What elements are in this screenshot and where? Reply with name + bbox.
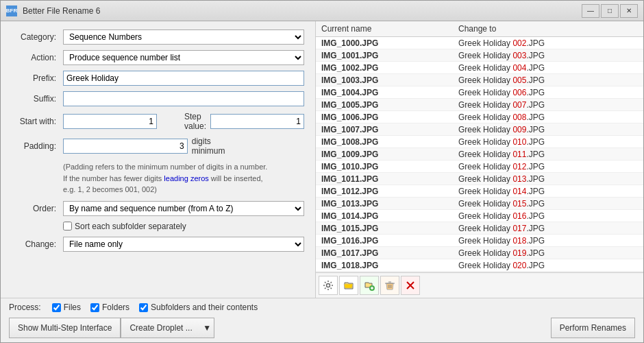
padding-input[interactable] xyxy=(63,139,188,154)
file-change-name: Greek Holiday 007.JPG xyxy=(453,100,643,110)
files-checkbox-label[interactable]: Files xyxy=(52,303,81,312)
file-change-name: Greek Holiday 011.JPG xyxy=(453,150,643,159)
file-change-name: Greek Holiday 009.JPG xyxy=(453,125,643,134)
gear-icon xyxy=(323,280,334,291)
file-change-name: Greek Holiday 004.JPG xyxy=(453,63,643,73)
cancel-button[interactable] xyxy=(401,276,420,295)
change-select[interactable]: File name only xyxy=(63,237,304,252)
padding-suffix: digits minimum xyxy=(192,137,232,156)
maximize-button[interactable]: □ xyxy=(601,4,619,18)
category-select[interactable]: Sequence Numbers xyxy=(63,29,304,45)
files-checkbox[interactable] xyxy=(52,303,61,312)
file-num: 013 xyxy=(512,174,526,184)
file-current-name: IMG_1017.JPG xyxy=(316,248,453,258)
start-step-row: Start with: Step value: xyxy=(12,112,304,131)
subfolders-checkbox-text: Subfolders and their contents xyxy=(151,303,258,312)
sort-checkbox[interactable] xyxy=(63,222,72,230)
minimize-button[interactable]: — xyxy=(582,4,599,18)
process-label: Process: xyxy=(9,303,41,312)
right-panel: Current name Change to IMG_1000.JPG Gree… xyxy=(316,21,643,298)
folders-checkbox-text: Folders xyxy=(102,303,129,312)
action-control: Produce sequence number list xyxy=(63,50,304,65)
prefix-input[interactable] xyxy=(63,71,304,86)
table-row: IMG_1004.JPG Greek Holiday 006.JPG xyxy=(316,86,643,99)
remove-files-icon xyxy=(384,280,395,291)
add-folder-button[interactable] xyxy=(360,276,379,295)
step-label: Step value: xyxy=(184,112,206,131)
padding-info: (Padding refers to the minimum number of… xyxy=(63,161,304,196)
settings-button[interactable] xyxy=(319,276,338,295)
file-current-name: IMG_1018.JPG xyxy=(316,261,453,270)
info-line2: If the number has fewer digits leading z… xyxy=(63,174,263,182)
file-list-container[interactable]: IMG_1000.JPG Greek Holiday 002.JPG IMG_1… xyxy=(316,37,643,272)
file-change-name: Greek Holiday 020.JPG xyxy=(453,261,643,270)
col-current-header: Current name xyxy=(316,24,453,34)
file-change-name: Greek Holiday 012.JPG xyxy=(453,162,643,172)
create-droplet-dropdown[interactable]: ▼ xyxy=(201,318,214,338)
file-change-name: Greek Holiday 008.JPG xyxy=(453,113,643,122)
sort-checkbox-label[interactable]: Sort each subfolder separately xyxy=(63,222,186,231)
start-input[interactable] xyxy=(63,114,157,129)
remove-files-button[interactable] xyxy=(380,276,399,295)
table-row: IMG_1001.JPG Greek Holiday 003.JPG xyxy=(316,49,643,62)
category-control: Sequence Numbers xyxy=(63,29,304,45)
suffix-label: Suffix: xyxy=(12,94,63,104)
file-change-name: Greek Holiday 005.JPG xyxy=(453,75,643,85)
step-input[interactable] xyxy=(210,114,304,129)
create-droplet-button[interactable]: Create Droplet ... xyxy=(121,318,200,338)
table-row: IMG_1008.JPG Greek Holiday 010.JPG xyxy=(316,136,643,148)
file-num: 011 xyxy=(512,150,526,159)
add-folder-icon xyxy=(364,280,375,291)
table-row: IMG_1015.JPG Greek Holiday 017.JPG xyxy=(316,222,643,235)
file-change-name: Greek Holiday 002.JPG xyxy=(453,38,643,48)
info-line3: e.g. 1, 2 becomes 001, 002) xyxy=(63,185,157,193)
file-current-name: IMG_1013.JPG xyxy=(316,199,453,209)
window-controls: — □ ✕ xyxy=(582,4,638,18)
padding-row: Padding: digits minimum xyxy=(12,137,304,156)
suffix-input[interactable] xyxy=(63,91,304,106)
folders-checkbox-label[interactable]: Folders xyxy=(90,303,129,312)
file-current-name: IMG_1016.JPG xyxy=(316,236,453,246)
close-button[interactable]: ✕ xyxy=(620,4,638,18)
file-change-name: Greek Holiday 019.JPG xyxy=(453,248,643,258)
subfolders-checkbox-label[interactable]: Subfolders and their contents xyxy=(139,303,258,312)
padding-label: Padding: xyxy=(12,141,63,151)
info-line1: (Padding refers to the minimum number of… xyxy=(63,163,267,171)
file-change-name: Greek Holiday 016.JPG xyxy=(453,211,643,221)
app-window: BFR Better File Rename 6 — □ ✕ Category:… xyxy=(0,0,644,343)
file-num: 017 xyxy=(512,224,526,233)
action-left: Show Multi-Step Interface Create Droplet… xyxy=(9,318,214,338)
subfolders-checkbox[interactable] xyxy=(139,303,148,312)
action-select[interactable]: Produce sequence number list xyxy=(63,50,304,65)
file-current-name: IMG_1012.JPG xyxy=(316,187,453,196)
perform-renames-button[interactable]: Perform Renames xyxy=(551,318,635,338)
order-control: By name and sequence number (from A to Z… xyxy=(63,201,304,216)
file-current-name: IMG_1002.JPG xyxy=(316,63,453,73)
file-current-name: IMG_1003.JPG xyxy=(316,75,453,85)
files-checkbox-text: Files xyxy=(64,303,81,312)
table-row: IMG_1000.JPG Greek Holiday 002.JPG xyxy=(316,37,643,49)
file-num: 004 xyxy=(512,63,526,73)
checkbox-group: Files Folders Subfolders and their conte… xyxy=(52,303,258,312)
file-current-name: IMG_1009.JPG xyxy=(316,150,453,159)
order-label: Order: xyxy=(12,204,63,213)
open-folder-button[interactable] xyxy=(339,276,358,295)
file-num: 007 xyxy=(512,100,526,110)
order-select[interactable]: By name and sequence number (from A to Z… xyxy=(63,201,304,216)
folders-checkbox[interactable] xyxy=(90,303,99,312)
left-panel: Category: Sequence Numbers Action: Produ… xyxy=(1,21,316,298)
order-row: Order: By name and sequence number (from… xyxy=(12,201,304,216)
file-change-name: Greek Holiday 018.JPG xyxy=(453,236,643,246)
file-num: 018 xyxy=(512,236,526,246)
table-row: IMG_1009.JPG Greek Holiday 011.JPG xyxy=(316,148,643,161)
table-row: IMG_1010.JPG Greek Holiday 012.JPG xyxy=(316,161,643,173)
file-change-name: Greek Holiday 015.JPG xyxy=(453,199,643,209)
sort-row: Sort each subfolder separately xyxy=(12,222,304,231)
multi-step-button[interactable]: Show Multi-Step Interface xyxy=(9,318,121,338)
start-label: Start with: xyxy=(12,117,63,126)
bottom-section: Process: Files Folders Subfolders and th… xyxy=(1,298,643,342)
table-row: IMG_1012.JPG Greek Holiday 014.JPG xyxy=(316,185,643,198)
file-list-header: Current name Change to xyxy=(316,21,643,37)
prefix-row: Prefix: xyxy=(12,71,304,86)
change-label: Change: xyxy=(12,239,63,249)
